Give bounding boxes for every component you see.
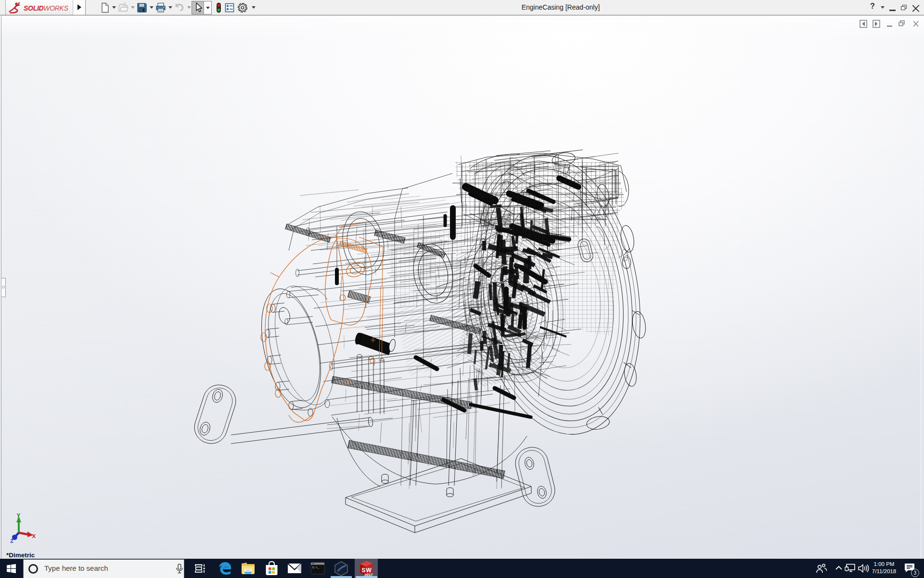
title-bar: SOLIDWORKS — [0, 0, 924, 15]
network-icon — [845, 564, 855, 573]
black-cylinder — [355, 332, 397, 352]
store-icon — [265, 561, 278, 576]
menu-flyout-button[interactable] — [73, 0, 86, 15]
cortana-icon — [28, 564, 38, 574]
solidworks-taskbar-button[interactable]: SW 2017 — [355, 559, 378, 578]
ds-logo-icon — [8, 0, 24, 15]
taskbar-search[interactable]: Type here to search — [23, 559, 184, 578]
file-explorer-button[interactable] — [237, 559, 259, 578]
highlighted-part[interactable] — [261, 223, 383, 422]
chevron-up-icon — [835, 565, 842, 570]
svg-text:C:\_: C:\_ — [312, 566, 320, 569]
volume-button[interactable] — [856, 559, 871, 578]
select-cursor-icon — [194, 2, 203, 13]
running-indicator-mrviewer — [331, 576, 352, 578]
close-button[interactable] — [912, 4, 919, 11]
start-button[interactable] — [0, 559, 23, 578]
settings-dropdown[interactable] — [252, 6, 256, 9]
triad-z-axis: Z — [11, 533, 19, 544]
clock[interactable]: 1:00 PM 7/11/2018 — [869, 561, 899, 575]
view-orientation-label: *Dimetric — [6, 552, 35, 559]
mail-button[interactable] — [283, 559, 306, 578]
restore-button[interactable] — [901, 5, 907, 11]
new-document-button[interactable] — [100, 2, 110, 13]
windows-taskbar: Type here to search — [0, 559, 924, 578]
open-button[interactable] — [118, 2, 128, 13]
solidworks-logo: SOLIDWORKS — [5, 0, 73, 15]
notification-badge: 3 — [911, 569, 919, 577]
command-prompt-icon: C:\_ — [310, 562, 325, 575]
select-tool-button[interactable] — [192, 1, 212, 14]
brand-solid: SOLID — [24, 4, 43, 12]
help-button[interactable]: ? — [870, 2, 875, 11]
store-button[interactable] — [260, 559, 282, 578]
people-icon — [816, 563, 827, 574]
options-form-button[interactable] — [224, 2, 235, 13]
edge-icon — [218, 561, 232, 576]
right-bracket — [512, 444, 558, 510]
task-view-icon — [194, 563, 205, 574]
triad-y-label: Y — [17, 512, 21, 518]
dense-wireframe-texture — [385, 162, 626, 385]
brand-text: SOLIDWORKS — [24, 4, 68, 12]
clock-date: 7/11/2018 — [869, 568, 899, 575]
mixed-reality-viewer-button[interactable] — [330, 559, 352, 578]
save-dropdown[interactable] — [150, 6, 154, 9]
display-states-button[interactable] — [215, 2, 222, 13]
network-button[interactable] — [842, 559, 857, 578]
print-dropdown[interactable] — [168, 6, 172, 9]
engine-casing-wireframe[interactable] — [0, 16, 924, 559]
command-prompt-button[interactable]: C:\_ — [307, 559, 329, 578]
file-explorer-icon — [241, 562, 255, 575]
brand-works: WORKS — [43, 4, 68, 12]
triad-x-axis: X — [19, 532, 36, 539]
save-button[interactable] — [137, 2, 147, 13]
search-placeholder: Type here to search — [44, 564, 108, 572]
print-button[interactable] — [155, 2, 166, 13]
svg-text:Z: Z — [11, 538, 14, 544]
triad-y-axis: Y — [16, 512, 21, 533]
microphone-icon[interactable] — [175, 564, 184, 575]
select-dropdown[interactable] — [206, 7, 210, 9]
flyout-arrow-icon — [77, 4, 81, 10]
windows-logo-icon — [7, 564, 16, 573]
help-dropdown[interactable] — [881, 6, 885, 9]
restore-front-square — [901, 6, 905, 10]
people-button[interactable] — [812, 559, 830, 578]
left-plate — [251, 280, 345, 417]
triad-x-label: X — [32, 533, 36, 539]
graphics-viewport[interactable]: Y X Z *Dimetric — [0, 16, 924, 559]
open-dropdown[interactable] — [131, 6, 135, 9]
base-plate — [346, 459, 531, 533]
running-indicator-solidworks — [356, 576, 377, 578]
minimize-button[interactable] — [889, 10, 896, 11]
edge-button[interactable] — [214, 559, 236, 578]
settings-gear-button[interactable] — [237, 2, 248, 13]
mail-icon — [287, 563, 302, 574]
undo-dropdown[interactable] — [187, 6, 191, 9]
new-document-dropdown[interactable] — [112, 6, 116, 9]
solidworks-app-icon: SW 2017 — [358, 560, 374, 577]
mixed-reality-viewer-icon — [334, 561, 349, 576]
volume-icon — [858, 564, 870, 573]
task-view-button[interactable] — [189, 559, 211, 578]
clock-time: 1:00 PM — [869, 561, 899, 568]
undo-button[interactable] — [174, 2, 184, 13]
document-title: EngineCasing [Read-only] — [488, 0, 633, 15]
